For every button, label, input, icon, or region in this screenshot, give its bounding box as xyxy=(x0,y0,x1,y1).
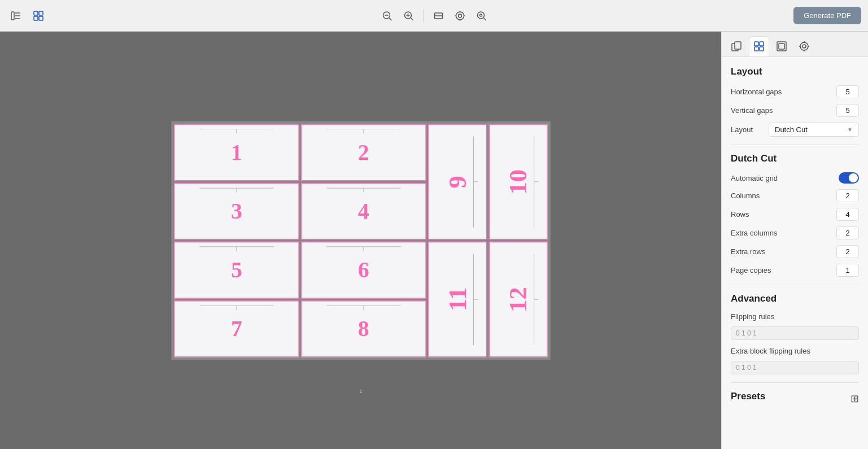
presets-row: Presets ⊞ xyxy=(731,391,859,407)
svg-rect-6 xyxy=(34,16,38,20)
divider-2 xyxy=(731,285,859,285)
svg-rect-7 xyxy=(39,16,43,20)
svg-rect-0 xyxy=(11,12,14,20)
svg-rect-29 xyxy=(760,42,764,46)
right-panel: Layout Horizontal gaps 5 Vertical gaps 5… xyxy=(721,32,868,449)
cell-2: 2 xyxy=(301,124,426,180)
svg-point-34 xyxy=(800,42,808,50)
layout-dropdown-value: Dutch Cut xyxy=(775,125,808,134)
fit-btn[interactable] xyxy=(429,7,447,25)
main-area: 1 2 9 xyxy=(0,32,868,449)
divider-3 xyxy=(731,382,859,383)
extra-rows-value[interactable]: 2 xyxy=(836,245,859,258)
cell-9: 9 xyxy=(428,124,487,239)
layout-type-row: Layout Dutch Cut ▼ xyxy=(731,123,859,137)
svg-point-24 xyxy=(479,14,482,16)
toolbar-divider xyxy=(423,9,424,23)
presets-grid-icon[interactable]: ⊞ xyxy=(850,393,859,405)
svg-point-17 xyxy=(456,12,464,20)
cell-3: 3 xyxy=(174,182,299,239)
cell-11: 11 xyxy=(428,241,487,357)
toolbar: Generate PDF xyxy=(0,0,868,32)
svg-rect-5 xyxy=(39,11,43,15)
page-copies-row: Page copies 1 xyxy=(731,264,859,277)
cell-12: 12 xyxy=(488,241,547,357)
cell-10: 10 xyxy=(488,124,547,239)
cell-6: 6 xyxy=(301,241,426,298)
svg-rect-4 xyxy=(34,11,38,15)
tab-layout[interactable] xyxy=(749,36,769,56)
tab-marks[interactable] xyxy=(771,36,792,56)
svg-rect-28 xyxy=(754,42,758,46)
dropdown-arrow-icon: ▼ xyxy=(847,127,853,133)
page-number: 1 xyxy=(359,388,362,394)
extra-rows-row: Extra rows 2 xyxy=(731,245,859,258)
svg-rect-30 xyxy=(754,47,758,51)
horizontal-gaps-value[interactable]: 5 xyxy=(836,85,859,98)
horizontal-gaps-row: Horizontal gaps 5 xyxy=(731,85,859,98)
svg-point-18 xyxy=(458,14,461,18)
extra-block-input[interactable]: 0 1 0 1 xyxy=(731,361,859,374)
flipping-rules-label: Flipping rules xyxy=(731,312,774,321)
svg-line-25 xyxy=(483,18,486,20)
automatic-grid-toggle[interactable] xyxy=(839,172,859,184)
columns-label: Columns xyxy=(731,191,760,200)
automatic-grid-label: Automatic grid xyxy=(731,174,778,182)
svg-rect-27 xyxy=(735,42,741,49)
page-container: 1 2 9 xyxy=(171,121,550,360)
extra-columns-label: Extra columns xyxy=(731,229,777,237)
horizontal-gaps-label: Horizontal gaps xyxy=(731,88,782,96)
layout-dropdown[interactable]: Dutch Cut ▼ xyxy=(769,123,859,137)
rows-icon-btn[interactable] xyxy=(7,7,25,25)
flipping-rules-label-row: Flipping rules xyxy=(731,312,859,321)
toolbar-left xyxy=(7,7,47,25)
zoom-out-btn[interactable] xyxy=(378,7,396,25)
rows-value[interactable]: 4 xyxy=(836,208,859,221)
vertical-gaps-value[interactable]: 5 xyxy=(836,104,859,117)
toolbar-right: Generate PDF xyxy=(793,7,861,24)
page-copies-label: Page copies xyxy=(731,266,771,274)
generate-pdf-btn[interactable]: Generate PDF xyxy=(793,7,861,24)
vertical-gaps-label: Vertical gaps xyxy=(731,106,773,115)
extra-block-label: Extra block flipping rules xyxy=(731,347,810,355)
panel-content: Layout Horizontal gaps 5 Vertical gaps 5… xyxy=(722,57,868,449)
panel-tabs xyxy=(722,32,868,57)
zoom-in-btn[interactable] xyxy=(399,7,417,25)
divider-1 xyxy=(731,145,859,145)
columns-value[interactable]: 2 xyxy=(836,189,859,202)
layout-type-label: Layout xyxy=(731,125,753,134)
cell-7: 7 xyxy=(174,300,299,356)
toolbar-center xyxy=(378,7,490,25)
flipping-rules-input[interactable]: 0 1 0 1 xyxy=(731,326,859,340)
svg-point-35 xyxy=(802,45,806,48)
tab-target[interactable] xyxy=(794,36,814,56)
rows-label: Rows xyxy=(731,210,749,219)
automatic-grid-row: Automatic grid xyxy=(731,172,859,184)
extra-block-label-row: Extra block flipping rules xyxy=(731,347,859,355)
cell-8: 8 xyxy=(301,300,426,356)
cell-1: 1 xyxy=(174,124,299,180)
zoom-full-btn[interactable] xyxy=(472,7,490,25)
svg-rect-33 xyxy=(779,43,784,49)
columns-row: Columns 2 xyxy=(731,189,859,202)
advanced-section-title: Advanced xyxy=(731,293,859,304)
svg-line-14 xyxy=(411,18,413,20)
dutch-cut-section-title: Dutch Cut xyxy=(731,153,859,164)
presets-title: Presets xyxy=(731,391,765,402)
grid-icon-btn[interactable] xyxy=(29,7,47,25)
extra-columns-value[interactable]: 2 xyxy=(836,226,859,239)
page-copies-value[interactable]: 1 xyxy=(836,264,859,277)
rows-row: Rows 4 xyxy=(731,208,859,221)
layout-section-title: Layout xyxy=(731,66,859,77)
cell-5: 5 xyxy=(174,241,299,298)
tab-copies[interactable] xyxy=(726,36,747,56)
svg-line-10 xyxy=(389,18,391,20)
zoom-reset-btn[interactable] xyxy=(451,7,469,25)
canvas-area: 1 2 9 xyxy=(0,32,721,449)
vertical-gaps-row: Vertical gaps 5 xyxy=(731,104,859,117)
svg-point-23 xyxy=(477,12,484,19)
extra-columns-row: Extra columns 2 xyxy=(731,226,859,239)
svg-rect-31 xyxy=(760,47,764,51)
cell-4: 4 xyxy=(301,182,426,239)
extra-rows-label: Extra rows xyxy=(731,247,765,256)
